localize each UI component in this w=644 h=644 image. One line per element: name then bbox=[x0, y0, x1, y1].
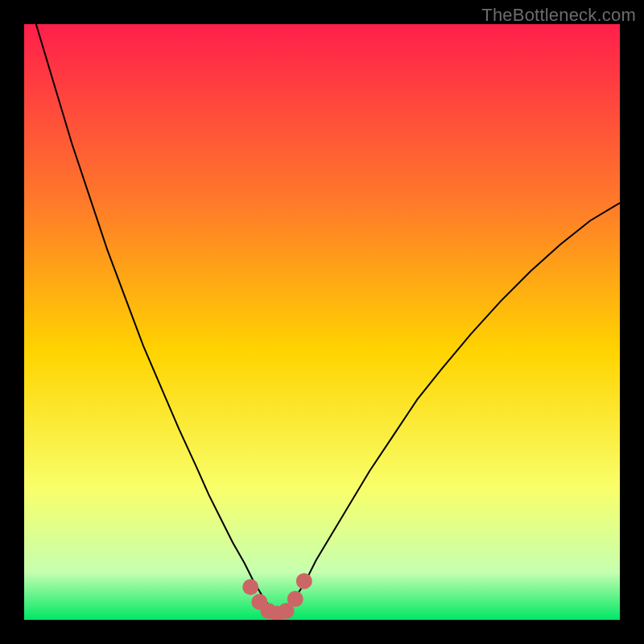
plot-area bbox=[24, 24, 620, 620]
watermark-text: TheBottleneck.com bbox=[481, 5, 636, 26]
marker-dot bbox=[242, 579, 258, 595]
marker-dot bbox=[296, 573, 312, 589]
chart-svg bbox=[24, 24, 620, 620]
gradient-background bbox=[24, 24, 620, 620]
marker-dot bbox=[287, 591, 303, 607]
outer-frame: TheBottleneck.com bbox=[0, 0, 644, 644]
